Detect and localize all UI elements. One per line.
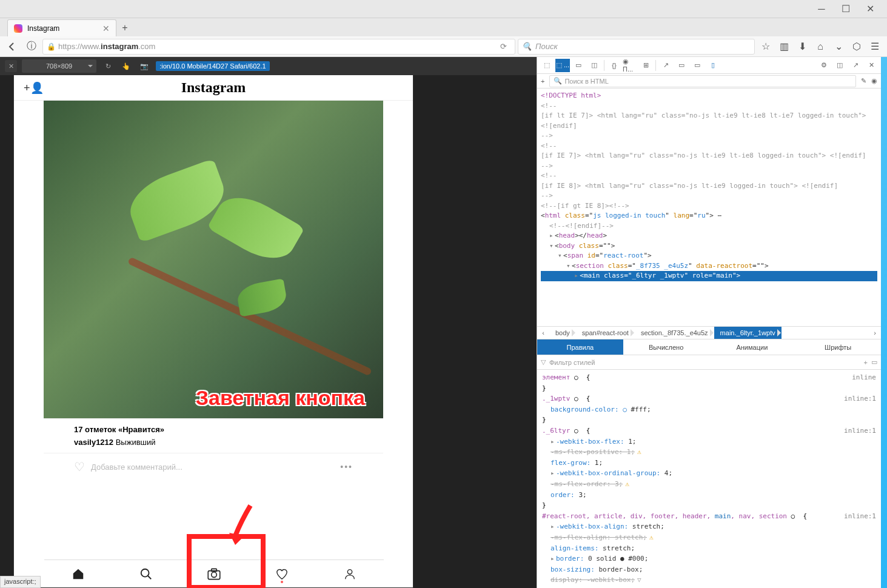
lock-icon: 🔒 — [47, 42, 56, 51]
comment-input-row: ♡ Добавьте комментарий... ••• — [44, 453, 383, 480]
dt-add-icon[interactable]: + — [541, 78, 544, 85]
downloads-icon[interactable]: ⬇ — [794, 38, 811, 55]
dt-network-icon[interactable]: ↗ — [658, 59, 673, 72]
home-icon[interactable]: ⌂ — [812, 38, 829, 55]
post-image[interactable]: Заветная кнопка — [44, 101, 383, 418]
browser-statusbar: javascript:; — [0, 576, 41, 588]
rdm-touch-icon[interactable]: 👆 — [119, 59, 133, 73]
window-maximize-button[interactable]: ☐ — [834, 1, 858, 18]
tab-close-icon[interactable]: ✕ — [102, 24, 110, 33]
filter-icon: ▽ — [541, 358, 546, 366]
instagram-logo[interactable]: Instagram — [181, 79, 246, 96]
dt-html-subtoolbar: + 🔍 Поиск в HTML ✎ ◉ — [537, 74, 881, 89]
dt-rules-panel[interactable]: inlineэлемент ○ { } inline:1._1wptv ○ { … — [537, 370, 881, 588]
annotation-text: Заветная кнопка — [196, 386, 365, 410]
crumb-next-icon[interactable]: › — [869, 329, 881, 336]
dt-inspector-icon[interactable]: ⬚ — [540, 59, 554, 72]
url-text: https://www.instagram.com — [58, 42, 155, 51]
svg-line-1 — [148, 575, 152, 579]
device-viewport: +👤 Instagram Заветная кнопка 17 отметок … — [13, 75, 413, 588]
bookmark-star-icon[interactable]: ☆ — [757, 38, 774, 55]
rdm-screenshot-icon[interactable]: 📷 — [138, 59, 151, 73]
dt-tab-animations[interactable]: Анимации — [709, 339, 795, 355]
dt-edit-icon[interactable]: ✎ — [861, 77, 866, 85]
annotation-highlight-box — [187, 534, 266, 588]
rdm-close-button[interactable]: ✕ — [5, 60, 17, 72]
nav-profile-icon[interactable] — [316, 560, 384, 587]
rdm-rotate-icon[interactable]: ↻ — [101, 59, 115, 73]
browser-tab[interactable]: Instagram ✕ — [7, 19, 116, 36]
crumb-prev-icon[interactable]: ‹ — [537, 329, 549, 336]
dt-rdm-icon[interactable]: ▯ — [706, 59, 720, 72]
nav-search-icon[interactable] — [112, 560, 180, 587]
post-meta: 17 отметок «Нравится» vasily1212 Выживши… — [44, 418, 383, 453]
library-icon[interactable]: ▥ — [775, 38, 792, 55]
add-user-icon[interactable]: +👤 — [24, 81, 44, 95]
breadcrumb-item[interactable]: span#react-root — [576, 327, 635, 339]
search-placeholder: Поиск — [535, 42, 558, 51]
post-caption: vasily1212 Выживший — [74, 438, 353, 447]
dt-options-icon[interactable]: ⚙ — [817, 59, 831, 72]
dt-tab-rules[interactable]: Правила — [537, 339, 623, 355]
search-icon: 🔍 — [522, 42, 532, 51]
rdm-user-agent[interactable]: :ion/10.0 Mobile/14D27 Safari/602.1 — [156, 61, 270, 71]
rdm-toolbar: ✕ 708×809 ↻ 👆 📷 :ion/10.0 Mobile/14D27 S… — [0, 57, 537, 75]
breadcrumb-item[interactable]: main._6ltyr._1wptv — [714, 327, 782, 339]
heart-outline-icon[interactable]: ♡ — [74, 459, 85, 474]
search-bar[interactable]: 🔍 Поиск — [518, 39, 755, 55]
breadcrumb-item[interactable]: body — [549, 327, 576, 339]
dt-close-icon[interactable]: ✕ — [864, 59, 879, 72]
reload-icon[interactable]: ⟳ — [495, 42, 511, 51]
tab-title: Instagram — [27, 24, 59, 33]
dt-tab-fonts[interactable]: Шрифты — [795, 339, 881, 355]
window-close-button[interactable]: ✕ — [858, 1, 882, 18]
rdm-size-selector[interactable]: 708×809 — [22, 59, 96, 73]
pocket-icon[interactable]: ⌄ — [830, 38, 847, 55]
dt-dock-icon[interactable]: ◫ — [832, 59, 847, 72]
instagram-favicon — [14, 24, 22, 33]
dt-styles-icon[interactable]: {} — [607, 59, 621, 72]
dt-accessibility-icon[interactable]: ▭ — [690, 59, 705, 72]
window-titlebar: ─ ☐ ✕ — [0, 0, 887, 18]
breadcrumb-item[interactable]: section._8f735._e4u5z — [635, 327, 714, 339]
dt-storage-icon[interactable]: ▭ — [674, 59, 689, 72]
browser-tabstrip: Instagram ✕ + — [0, 18, 887, 36]
browser-toolbar: ⓘ 🔒 https://www.instagram.com ⟳ 🔍 Поиск … — [0, 36, 887, 57]
more-options-icon[interactable]: ••• — [340, 462, 353, 472]
screen-edge — [881, 57, 887, 588]
shield-icon[interactable]: ⬡ — [848, 38, 865, 55]
dt-html-search[interactable]: 🔍 Поиск в HTML — [549, 75, 856, 87]
dt-selected-node[interactable]: ▸<main class="_6ltyr _1wptv" role="main"… — [541, 271, 877, 281]
menu-icon[interactable]: ☰ — [866, 38, 883, 55]
dt-popout-icon[interactable]: ↗ — [848, 59, 863, 72]
dt-styles-tabs: Правила Вычислено Анимации Шрифты — [537, 339, 881, 355]
page-info-button[interactable]: ⓘ — [23, 38, 40, 55]
address-bar[interactable]: 🔒 https://www.instagram.com ⟳ — [42, 39, 515, 55]
dt-inspector-tab[interactable]: ⬚ ... — [555, 59, 570, 72]
dt-eye-icon[interactable]: ◉ — [871, 77, 877, 85]
dt-styles-filter[interactable]: ▽ Фильтр стилей + ▭ — [537, 355, 881, 370]
svg-point-0 — [141, 569, 149, 576]
dt-perf-icon[interactable]: ◉ П... — [623, 59, 637, 72]
dt-console-icon[interactable]: ▭ — [571, 59, 586, 72]
svg-point-5 — [347, 569, 352, 573]
devtools-panel: ⬚ ⬚ ... ▭ ◫ {} ◉ П... ⊞ ↗ ▭ ▭ ▯ ⚙ ◫ ↗ ✕ … — [537, 57, 881, 588]
new-tab-button[interactable]: + — [116, 19, 133, 36]
devtools-toolbar: ⬚ ⬚ ... ▭ ◫ {} ◉ П... ⊞ ↗ ▭ ▭ ▯ ⚙ ◫ ↗ ✕ — [537, 57, 881, 74]
window-minimize-button[interactable]: ─ — [809, 1, 834, 18]
responsive-design-pane: ✕ 708×809 ↻ 👆 📷 :ion/10.0 Mobile/14D27 S… — [0, 57, 537, 588]
dt-html-tree[interactable]: <!DOCTYPE html> <!-- [if lt IE 7]> <html… — [537, 89, 881, 326]
back-button[interactable] — [4, 38, 21, 55]
likes-count[interactable]: 17 отметок «Нравится» — [74, 425, 353, 434]
dt-debugger-icon[interactable]: ◫ — [587, 59, 601, 72]
dt-memory-icon[interactable]: ⊞ — [638, 59, 653, 72]
nav-home-icon[interactable] — [44, 560, 112, 587]
dt-tab-computed[interactable]: Вычислено — [623, 339, 709, 355]
comment-placeholder[interactable]: Добавьте комментарий... — [91, 463, 182, 472]
dt-breadcrumbs: ‹ body span#react-root section._8f735._e… — [537, 326, 881, 339]
instagram-header: +👤 Instagram — [14, 75, 413, 101]
